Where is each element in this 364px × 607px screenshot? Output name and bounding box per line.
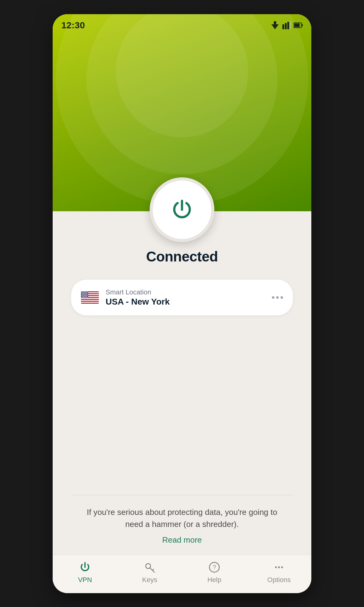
svg-point-35 (83, 295, 84, 296)
dot-1 (272, 296, 274, 299)
svg-point-41 (85, 296, 86, 297)
location-card[interactable]: Smart Location USA - New York (71, 280, 293, 315)
location-left: Smart Location USA - New York (81, 288, 170, 307)
svg-point-40 (83, 296, 84, 297)
help-icon: ? (208, 561, 220, 573)
svg-point-46 (86, 297, 87, 298)
svg-point-37 (86, 295, 87, 296)
location-name: USA - New York (106, 297, 170, 307)
svg-point-31 (83, 294, 84, 295)
keys-icon (144, 561, 156, 573)
svg-point-17 (83, 291, 84, 292)
options-label: Options (267, 576, 291, 584)
svg-line-50 (152, 569, 154, 570)
help-label: Help (207, 576, 221, 584)
svg-line-49 (150, 568, 154, 572)
battery-icon (293, 22, 303, 28)
keys-label: Keys (142, 576, 157, 584)
svg-point-34 (81, 295, 82, 296)
svg-rect-2 (285, 23, 287, 29)
usa-flag (81, 291, 99, 304)
svg-rect-14 (81, 301, 99, 302)
svg-point-20 (87, 291, 88, 292)
location-info: Smart Location USA - New York (106, 288, 170, 307)
svg-rect-6 (301, 24, 303, 26)
svg-point-23 (85, 292, 86, 293)
hero-section (53, 14, 311, 211)
dot-2 (276, 296, 279, 299)
dot-3 (281, 296, 283, 299)
svg-point-55 (281, 566, 283, 568)
svg-point-36 (84, 295, 85, 296)
vpn-label: VPN (78, 576, 92, 584)
svg-point-29 (87, 293, 88, 294)
promo-section: If you're serious about protecting data,… (71, 506, 293, 545)
bottom-nav: VPN Keys ? Help (53, 555, 311, 593)
phone-frame: 12:30 (53, 14, 311, 593)
location-label: Smart Location (106, 288, 170, 296)
svg-point-25 (81, 293, 82, 294)
svg-point-39 (82, 296, 83, 297)
svg-point-47 (87, 297, 88, 298)
nav-item-keys[interactable]: Keys (131, 561, 168, 584)
svg-point-44 (83, 297, 84, 298)
svg-point-27 (84, 293, 85, 294)
signal-icon (282, 21, 291, 29)
svg-point-53 (275, 566, 277, 568)
svg-rect-7 (294, 23, 300, 27)
svg-point-24 (86, 292, 87, 293)
svg-point-16 (81, 291, 82, 292)
svg-point-38 (87, 295, 88, 296)
svg-point-28 (86, 293, 87, 294)
power-button-wrapper[interactable] (150, 177, 214, 242)
nav-item-help[interactable]: ? Help (196, 561, 233, 584)
status-bar: 12:30 (53, 14, 311, 33)
svg-point-21 (82, 292, 83, 293)
promo-text: If you're serious about protecting data,… (77, 506, 287, 530)
vpn-icon (79, 561, 91, 573)
three-dots-menu[interactable] (272, 296, 283, 299)
svg-rect-12 (81, 298, 99, 299)
status-time: 12:30 (61, 20, 85, 30)
options-icon (273, 561, 285, 573)
svg-point-26 (83, 293, 84, 294)
svg-marker-0 (271, 21, 279, 29)
svg-point-43 (81, 297, 82, 298)
connected-label: Connected (146, 248, 218, 265)
svg-point-42 (86, 296, 87, 297)
power-button[interactable] (153, 180, 211, 239)
divider (71, 495, 293, 495)
nav-item-options[interactable]: Options (261, 561, 297, 584)
svg-point-45 (84, 297, 85, 298)
svg-rect-1 (282, 24, 284, 29)
svg-point-18 (84, 291, 85, 292)
svg-point-30 (82, 294, 83, 295)
svg-rect-3 (287, 22, 289, 29)
read-more-link[interactable]: Read more (162, 535, 202, 544)
svg-point-19 (86, 291, 87, 292)
svg-point-32 (85, 294, 86, 295)
wifi-icon (270, 21, 280, 29)
svg-rect-13 (81, 300, 99, 301)
power-button-outer (150, 177, 214, 242)
svg-point-54 (278, 566, 280, 568)
nav-item-vpn[interactable]: VPN (67, 561, 103, 584)
power-icon (168, 196, 196, 224)
svg-point-33 (86, 294, 87, 295)
status-icons (270, 21, 303, 29)
svg-point-22 (83, 292, 84, 293)
svg-rect-4 (290, 21, 291, 29)
main-content: Connected (53, 211, 311, 555)
svg-text:?: ? (212, 564, 216, 571)
